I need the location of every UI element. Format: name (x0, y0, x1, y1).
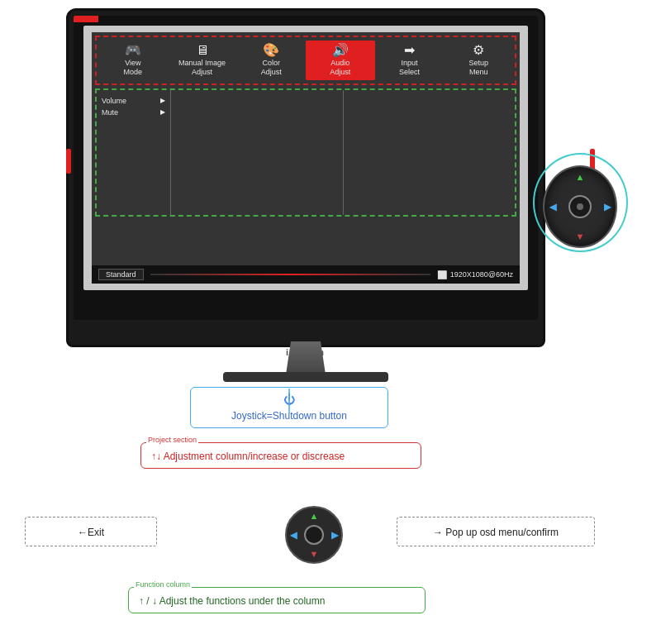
joy-left-arrow: ◀ (549, 202, 556, 212)
ctrl-left-arrow: ◀ (290, 530, 297, 541)
mute-arrow: ▶ (160, 108, 165, 116)
project-text: ↑↓ Adjustment column/increase or discrea… (151, 451, 345, 462)
screen: 🎮 ViewMode 🖥 Manual ImageAdjust 🎨 ColorA… (83, 26, 528, 290)
function-section-label: Function column (134, 580, 192, 589)
setup-menu-icon: ⚙ (473, 44, 484, 57)
osd-status-bar: Standard ⬜ 1920X1080@60Hz (92, 265, 520, 284)
status-divider (150, 274, 430, 275)
annotation-exit: ←Exit (25, 517, 157, 546)
monitor: 🎮 ViewMode 🖥 Manual ImageAdjust 🎨 ColorA… (66, 8, 545, 347)
manual-image-icon: 🖥 (196, 44, 209, 57)
ctrl-down-arrow: ▼ (310, 549, 319, 559)
joystick-dot (577, 203, 583, 210)
monitor-left-accent (66, 149, 71, 174)
popup-text: → Pop up osd menu/confirm (433, 527, 559, 538)
osd-content: Volume ▶ Mute ▶ (95, 88, 516, 217)
color-adjust-icon: 🎨 (263, 44, 279, 57)
nav-manual-image[interactable]: 🖥 Manual ImageAdjust (168, 41, 237, 80)
monitor-bezel: 🎮 ViewMode 🖥 Manual ImageAdjust 🎨 ColorA… (74, 16, 538, 320)
nav-color-adjust[interactable]: 🎨 ColorAdjust (236, 41, 306, 80)
ctrl-center-ring (304, 525, 324, 545)
annotation-function: Function column ↑ / ↓ Adjust the functio… (128, 587, 426, 613)
nav-audio-adjust[interactable]: 🔊 AudioAdjust (306, 41, 375, 80)
exit-text: ←Exit (78, 527, 104, 538)
annotation-shutdown: ⏻ Joystick=Shutdown button (190, 387, 388, 428)
menu-item-volume[interactable]: Volume ▶ (100, 95, 167, 107)
annotation-project: Project section ↑↓ Adjustment column/inc… (140, 442, 421, 469)
osd-nav: 🎮 ViewMode 🖥 Manual ImageAdjust 🎨 ColorA… (95, 36, 516, 85)
monitor-stand-base (223, 372, 388, 382)
audio-adjust-icon: 🔊 (332, 44, 349, 57)
annotation-popup: → Pop up osd menu/confirm (397, 517, 595, 546)
joy-down-arrow: ▼ (576, 231, 585, 241)
osd-menu: 🎮 ViewMode 🖥 Manual ImageAdjust 🎨 ColorA… (92, 32, 520, 284)
project-section-label: Project section (146, 436, 198, 444)
joy-up-arrow: ▲ (576, 172, 585, 182)
nav-manual-image-label: Manual ImageAdjust (178, 59, 226, 77)
ctrl-right-arrow: ▶ (331, 530, 338, 541)
status-display-icon: ⬜ (437, 270, 447, 279)
menu-item-mute[interactable]: Mute ▶ (100, 107, 167, 118)
nav-input-label: InputSelect (399, 59, 420, 77)
power-icon: ⏻ (201, 393, 378, 406)
status-resolution: 1920X1080@60Hz (450, 270, 513, 279)
nav-setup-menu[interactable]: ⚙ SetupMenu (444, 41, 513, 80)
joystick-controls[interactable]: ▲ ▼ ◀ ▶ (285, 506, 343, 564)
nav-input-select[interactable]: ➡ InputSelect (375, 41, 445, 80)
osd-mid-panel (171, 90, 344, 215)
volume-arrow: ▶ (160, 97, 165, 104)
menu-mute-label: Mute (102, 108, 118, 117)
function-text: ↑ / ↓ Adjust the functions under the col… (139, 595, 325, 607)
joystick-center[interactable] (568, 195, 592, 218)
ctrl-up-arrow: ▲ (310, 511, 319, 521)
nav-audio-label: AudioAdjust (330, 59, 350, 77)
nav-color-label: ColorAdjust (261, 59, 282, 77)
joy-right-arrow: ▶ (604, 202, 611, 212)
osd-left-panel: Volume ▶ Mute ▶ (97, 90, 171, 215)
nav-view-mode-label: ViewMode (124, 59, 143, 77)
nav-view-mode[interactable]: 🎮 ViewMode (98, 41, 168, 80)
status-mode: Standard (98, 269, 144, 280)
view-mode-icon: 🎮 (125, 44, 141, 57)
nav-setup-label: SetupMenu (468, 59, 488, 77)
osd-right-panel (344, 90, 516, 215)
joystick-side-panel: ▲ ▼ ◀ ▶ (543, 165, 617, 248)
menu-volume-label: Volume (102, 97, 126, 105)
input-select-icon: ➡ (404, 44, 415, 57)
shutdown-text: Joystick=Shutdown button (231, 410, 347, 422)
